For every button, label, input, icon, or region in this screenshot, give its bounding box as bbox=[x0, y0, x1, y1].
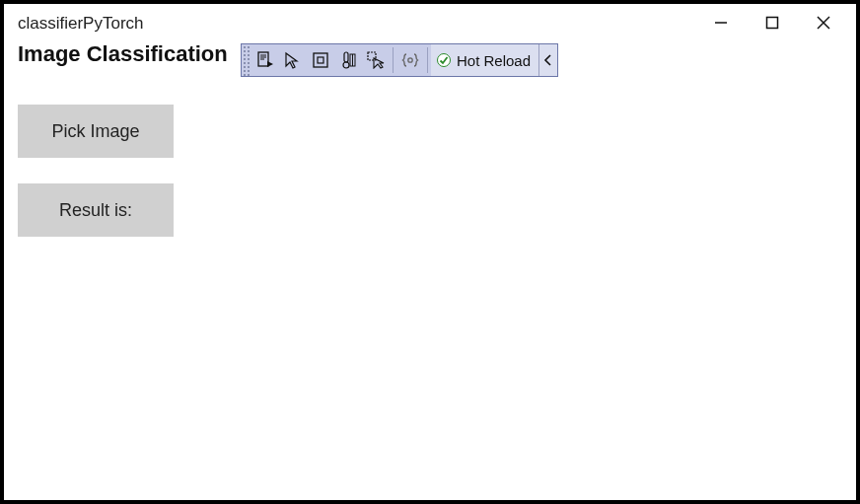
close-icon bbox=[817, 16, 830, 30]
svg-point-18 bbox=[408, 58, 412, 62]
svg-marker-8 bbox=[267, 61, 273, 67]
display-layout-adorners-button[interactable] bbox=[307, 44, 334, 76]
live-visual-tree-button[interactable] bbox=[251, 44, 279, 76]
window-title: classifierPyTorch bbox=[18, 14, 144, 34]
titlebar: classifierPyTorch bbox=[4, 4, 856, 39]
maximize-button[interactable] bbox=[750, 8, 795, 37]
cursor-arrow-icon bbox=[367, 51, 385, 69]
toolbar-separator bbox=[393, 47, 394, 73]
xaml-binding-button[interactable] bbox=[396, 44, 424, 76]
minimize-button[interactable] bbox=[698, 8, 744, 37]
overflow-button[interactable] bbox=[538, 44, 557, 76]
select-element-button[interactable] bbox=[279, 44, 307, 76]
maximize-icon bbox=[765, 16, 779, 30]
svg-rect-11 bbox=[318, 57, 323, 63]
svg-rect-1 bbox=[767, 18, 778, 29]
svg-rect-12 bbox=[344, 52, 348, 62]
debug-toolbar: Hot Reload bbox=[241, 43, 558, 77]
minimize-icon bbox=[714, 16, 728, 30]
cursor-icon bbox=[284, 51, 302, 69]
svg-marker-9 bbox=[286, 53, 297, 68]
toolbar-separator bbox=[427, 47, 428, 73]
result-label: Result is: bbox=[18, 183, 174, 237]
go-to-live-visual-tree-button[interactable] bbox=[362, 44, 390, 76]
svg-rect-10 bbox=[314, 53, 327, 67]
toolbar-drag-handle[interactable] bbox=[242, 44, 251, 76]
hot-reload-button[interactable]: Hot Reload bbox=[431, 44, 538, 76]
app-window: classifierPyTorch Image Classification bbox=[0, 0, 860, 504]
track-focused-element-button[interactable] bbox=[334, 44, 362, 76]
body-area: Pick Image Result is: bbox=[18, 67, 842, 237]
chevron-left-icon bbox=[543, 54, 553, 66]
square-box-icon bbox=[312, 51, 329, 69]
braces-icon bbox=[401, 51, 419, 69]
document-gear-icon bbox=[256, 51, 274, 69]
close-button[interactable] bbox=[801, 8, 846, 37]
hot-reload-label: Hot Reload bbox=[457, 52, 531, 69]
check-circle-icon bbox=[437, 53, 451, 67]
window-controls bbox=[698, 8, 846, 39]
thermometer-icon bbox=[339, 51, 357, 69]
pick-image-button[interactable]: Pick Image bbox=[18, 105, 174, 158]
svg-point-13 bbox=[343, 62, 349, 68]
